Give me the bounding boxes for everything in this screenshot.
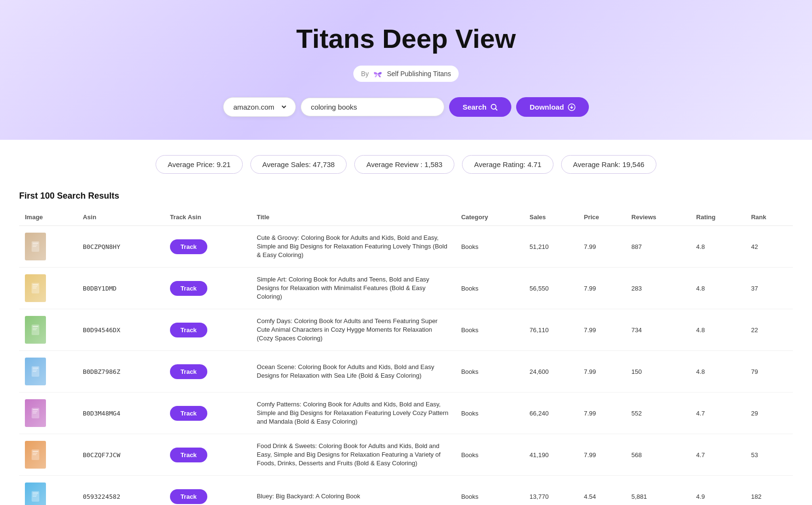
rating-cell: 4.9 — [690, 476, 745, 505]
table-row: B0D3M48MG4TrackComfy Patterns: Coloring … — [19, 393, 793, 434]
stat-pill: Average Review : 1,583 — [354, 155, 454, 174]
table-col-header: Reviews — [626, 209, 690, 226]
sales-cell: 13,770 — [524, 476, 578, 505]
svg-rect-29 — [33, 494, 37, 495]
asin-cell: B0DBY1DMD — [77, 268, 164, 309]
track-cell: Track — [164, 309, 251, 351]
table-col-header: Title — [251, 209, 455, 226]
title-cell: Bluey: Big Backyard: A Coloring Book — [251, 476, 455, 505]
reviews-cell: 568 — [626, 434, 690, 476]
category-cell: Books — [455, 351, 524, 393]
book-thumbnail — [25, 483, 46, 505]
track-button[interactable]: Track — [170, 281, 207, 296]
book-thumbnail-cell — [19, 476, 77, 505]
sales-cell: 51,210 — [524, 226, 578, 268]
search-bar: amazon.com amazon.co.uk amazon.ca amazon… — [10, 97, 802, 117]
svg-rect-16 — [33, 368, 38, 369]
table-header: ImageAsinTrack AsinTitleCategorySalesPri… — [19, 209, 793, 226]
page-title: Titans Deep View — [10, 23, 802, 54]
download-button[interactable]: Download — [516, 97, 589, 117]
table-row: B0D94546DXTrackComfy Days: Coloring Book… — [19, 309, 793, 351]
reviews-cell: 5,881 — [626, 476, 690, 505]
search-input[interactable] — [311, 103, 434, 111]
reviews-cell: 552 — [626, 393, 690, 434]
table-body: B0CZPQN8HYTrackCute & Groovy: Coloring B… — [19, 226, 793, 505]
reviews-cell: 734 — [626, 309, 690, 351]
rank-cell: 37 — [745, 268, 793, 309]
table-col-header: Rank — [745, 209, 793, 226]
stat-pill: Average Price: 9.21 — [156, 155, 242, 174]
table-row: 0593224582TrackBluey: Big Backyard: A Co… — [19, 476, 793, 505]
table-col-header: Sales — [524, 209, 578, 226]
domain-selector-wrapper[interactable]: amazon.com amazon.co.uk amazon.ca amazon… — [223, 97, 296, 117]
section-title: First 100 Search Results — [19, 191, 793, 201]
stat-pill: Average Rank: 19,546 — [561, 155, 656, 174]
rank-cell: 182 — [745, 476, 793, 505]
brand-name: Self Publishing Titans — [387, 70, 451, 78]
search-input-wrapper[interactable] — [301, 98, 444, 116]
price-cell: 7.99 — [578, 393, 626, 434]
stat-pill: Average Rating: 4.71 — [462, 155, 553, 174]
book-thumbnail-cell — [19, 268, 77, 309]
svg-rect-28 — [33, 493, 38, 494]
title-cell: Comfy Days: Coloring Book for Adults and… — [251, 309, 455, 351]
track-cell: Track — [164, 434, 251, 476]
asin-cell: B0D94546DX — [77, 309, 164, 351]
track-button[interactable]: Track — [170, 489, 207, 504]
track-cell: Track — [164, 351, 251, 393]
price-cell: 7.99 — [578, 434, 626, 476]
table-col-header: Image — [19, 209, 77, 226]
svg-rect-26 — [33, 454, 36, 455]
table-col-header: Rating — [690, 209, 745, 226]
rank-cell: 79 — [745, 351, 793, 393]
reviews-cell: 283 — [626, 268, 690, 309]
svg-rect-24 — [33, 451, 38, 452]
svg-rect-21 — [33, 411, 37, 412]
svg-rect-4 — [33, 243, 38, 244]
domain-select[interactable]: amazon.com amazon.co.uk amazon.ca amazon… — [231, 102, 288, 112]
rank-cell: 53 — [745, 434, 793, 476]
search-button[interactable]: Search — [449, 97, 511, 117]
book-thumbnail-cell — [19, 309, 77, 351]
track-button[interactable]: Track — [170, 239, 207, 254]
category-cell: Books — [455, 226, 524, 268]
sales-cell: 41,190 — [524, 434, 578, 476]
svg-rect-12 — [33, 326, 38, 327]
svg-rect-5 — [33, 245, 37, 246]
download-icon — [568, 103, 575, 111]
asin-cell: B0DBZ7986Z — [77, 351, 164, 393]
sales-cell: 24,600 — [524, 351, 578, 393]
svg-line-1 — [496, 109, 497, 110]
svg-rect-18 — [33, 371, 36, 372]
price-cell: 7.99 — [578, 351, 626, 393]
svg-rect-20 — [33, 409, 38, 410]
rating-cell: 4.8 — [690, 226, 745, 268]
svg-rect-14 — [33, 329, 36, 330]
asin-cell: B0CZQF7JCW — [77, 434, 164, 476]
rating-cell: 4.8 — [690, 351, 745, 393]
asin-cell: 0593224582 — [77, 476, 164, 505]
table-col-header: Price — [578, 209, 626, 226]
sales-cell: 66,240 — [524, 393, 578, 434]
results-table: ImageAsinTrack AsinTitleCategorySalesPri… — [19, 209, 793, 505]
track-button[interactable]: Track — [170, 406, 207, 421]
rating-cell: 4.8 — [690, 268, 745, 309]
sales-cell: 76,110 — [524, 309, 578, 351]
table-col-header: Track Asin — [164, 209, 251, 226]
track-cell: Track — [164, 268, 251, 309]
sales-cell: 56,550 — [524, 268, 578, 309]
title-cell: Comfy Patterns: Coloring Book for Adults… — [251, 393, 455, 434]
book-thumbnail — [25, 316, 46, 344]
track-cell: Track — [164, 393, 251, 434]
svg-rect-6 — [33, 246, 36, 247]
price-cell: 4.54 — [578, 476, 626, 505]
brand-badge: By Self Publishing Titans — [353, 66, 459, 82]
stat-pill: Average Sales: 47,738 — [250, 155, 347, 174]
table-row: B0CZQF7JCWTrackFood Drink & Sweets: Colo… — [19, 434, 793, 476]
search-button-label: Search — [462, 103, 486, 111]
track-button[interactable]: Track — [170, 364, 207, 379]
track-button[interactable]: Track — [170, 323, 207, 337]
book-thumbnail — [25, 358, 46, 385]
track-button[interactable]: Track — [170, 448, 207, 462]
svg-rect-9 — [33, 286, 37, 287]
